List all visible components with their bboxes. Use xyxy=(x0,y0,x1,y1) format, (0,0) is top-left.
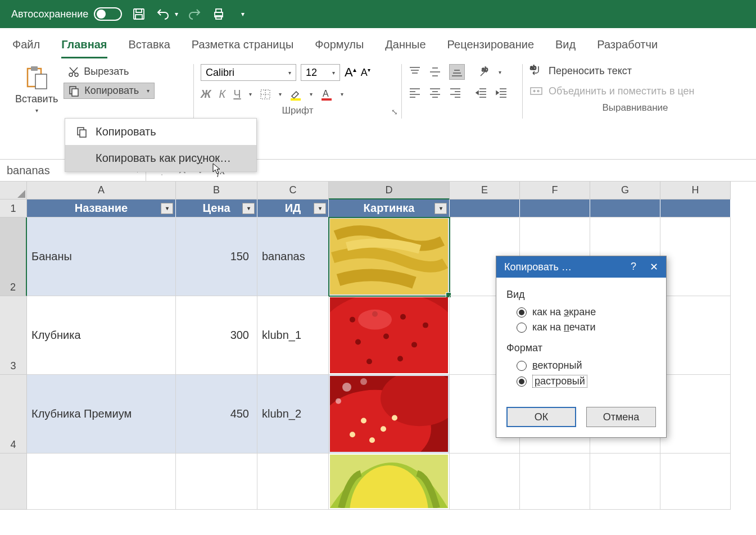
col-header[interactable]: C xyxy=(257,182,329,200)
cell[interactable] xyxy=(660,296,731,375)
decrease-font-icon[interactable]: A▾ xyxy=(361,67,370,79)
cell[interactable]: Клубника Премиум xyxy=(27,375,176,454)
underline-icon[interactable]: Ч xyxy=(233,88,241,101)
col-header[interactable]: H xyxy=(660,182,731,200)
cell[interactable] xyxy=(520,454,590,510)
cancel-button[interactable]: Отмена xyxy=(586,407,656,427)
filter-icon[interactable]: ▾ xyxy=(161,203,173,214)
cell[interactable] xyxy=(520,200,590,217)
align-center-icon[interactable] xyxy=(429,87,441,99)
dialog-titlebar[interactable]: Копировать … ? ✕ xyxy=(496,256,666,278)
borders-icon[interactable] xyxy=(260,89,271,100)
table-header-name[interactable]: Название▾ xyxy=(27,200,176,217)
align-right-icon[interactable] xyxy=(449,87,461,99)
tab-formulas[interactable]: Формулы xyxy=(315,38,364,58)
toggle-switch-icon[interactable] xyxy=(94,7,122,21)
autosave-toggle[interactable]: Автосохранение xyxy=(11,7,122,21)
cell[interactable] xyxy=(450,200,520,217)
tab-insert[interactable]: Вставка xyxy=(129,38,170,58)
menu-item-copy[interactable]: Копировать xyxy=(65,119,256,145)
cell[interactable]: Клубника xyxy=(27,296,176,375)
tab-home[interactable]: Главная xyxy=(61,38,107,58)
italic-icon[interactable]: К xyxy=(219,88,226,101)
select-all-corner[interactable] xyxy=(0,182,27,200)
align-bottom-icon[interactable] xyxy=(449,64,465,80)
cell-image-strawberry-premium[interactable] xyxy=(329,375,450,454)
undo-icon[interactable] xyxy=(156,7,169,21)
chevron-down-icon[interactable]: ▾ xyxy=(175,10,178,18)
filter-icon[interactable]: ▾ xyxy=(434,203,447,214)
cell[interactable] xyxy=(660,200,731,217)
merge-center-button[interactable]: Объединить и поместить в цен xyxy=(529,84,741,98)
col-header[interactable]: F xyxy=(520,182,590,200)
tab-layout[interactable]: Разметка страницы xyxy=(192,38,293,58)
radio-raster[interactable]: растровый xyxy=(517,375,656,388)
cell[interactable] xyxy=(450,454,520,510)
table-header-picture[interactable]: Картинка▾ xyxy=(329,200,450,217)
cell[interactable] xyxy=(660,375,731,454)
cell[interactable]: bananas xyxy=(257,217,329,296)
row-header[interactable]: 1 xyxy=(0,200,27,217)
cut-button[interactable]: Вырезать xyxy=(64,64,155,79)
row-header[interactable] xyxy=(0,454,27,510)
cell[interactable] xyxy=(590,454,660,510)
menu-item-copy-as-picture[interactable]: Копировать как рисунок… xyxy=(65,145,256,171)
row-header[interactable]: 4 xyxy=(0,375,27,454)
cell-image-strawberry[interactable] xyxy=(329,296,450,375)
font-size-select[interactable]: 12 ▾ xyxy=(301,64,340,81)
bold-icon[interactable]: Ж xyxy=(201,88,211,101)
dialog-launcher-icon[interactable]: ⤡ xyxy=(391,107,398,116)
font-color-icon[interactable]: А xyxy=(320,88,333,101)
close-icon[interactable]: ✕ xyxy=(650,261,658,273)
filter-icon[interactable]: ▾ xyxy=(314,203,326,214)
cell-image-bananas[interactable] xyxy=(329,217,450,296)
copy-button[interactable]: Копировать ▾ xyxy=(64,83,155,99)
cell[interactable]: klubn_2 xyxy=(257,375,329,454)
cell[interactable]: 450 xyxy=(176,375,257,454)
orientation-icon[interactable]: ab xyxy=(478,66,491,78)
cell[interactable] xyxy=(590,200,660,217)
tab-view[interactable]: Вид xyxy=(555,38,576,58)
table-header-id[interactable]: ИД▾ xyxy=(257,200,329,217)
radio-as-on-print[interactable]: как на печати xyxy=(517,321,656,333)
radio-vector[interactable]: векторный xyxy=(517,360,656,371)
chevron-down-icon[interactable]: ▾ xyxy=(241,10,245,18)
cell[interactable]: Бананы xyxy=(27,217,176,296)
tab-file[interactable]: Файл xyxy=(12,38,40,58)
cell[interactable]: 150 xyxy=(176,217,257,296)
cell[interactable] xyxy=(660,217,731,296)
fill-color-icon[interactable] xyxy=(289,88,302,101)
paste-button[interactable]: Вставить ▾ xyxy=(15,64,58,114)
save-icon[interactable] xyxy=(132,7,146,21)
ok-button[interactable]: ОК xyxy=(506,407,576,427)
tab-review[interactable]: Рецензирование xyxy=(447,38,534,58)
cell[interactable]: 300 xyxy=(176,296,257,375)
increase-indent-icon[interactable] xyxy=(495,87,508,99)
cell[interactable] xyxy=(660,454,731,510)
col-header[interactable]: B xyxy=(176,182,257,200)
col-header[interactable]: D xyxy=(329,182,450,200)
align-left-icon[interactable] xyxy=(409,87,421,99)
radio-as-on-screen[interactable]: как на экране xyxy=(517,306,656,318)
redo-icon[interactable] xyxy=(188,7,202,21)
increase-font-icon[interactable]: A▴ xyxy=(345,65,356,80)
wrap-text-button[interactable]: ab Переносить текст xyxy=(529,64,741,78)
cell[interactable] xyxy=(176,454,257,510)
tab-data[interactable]: Данные xyxy=(385,38,425,58)
font-name-select[interactable]: Calibri ▾ xyxy=(201,64,296,81)
decrease-indent-icon[interactable] xyxy=(475,87,487,99)
align-top-icon[interactable] xyxy=(409,66,421,78)
tab-developer[interactable]: Разработчи xyxy=(597,38,658,58)
align-middle-icon[interactable] xyxy=(429,66,441,78)
row-header[interactable]: 2 xyxy=(0,217,27,296)
help-icon[interactable]: ? xyxy=(631,261,636,273)
col-header[interactable]: A xyxy=(27,182,176,200)
row-header[interactable]: 3 xyxy=(0,296,27,375)
filter-icon[interactable]: ▾ xyxy=(242,203,255,214)
cell[interactable]: klubn_1 xyxy=(257,296,329,375)
cell[interactable] xyxy=(257,454,329,510)
col-header[interactable]: E xyxy=(450,182,520,200)
print-icon[interactable] xyxy=(212,7,225,21)
col-header[interactable]: G xyxy=(590,182,660,200)
cell[interactable] xyxy=(27,454,176,510)
